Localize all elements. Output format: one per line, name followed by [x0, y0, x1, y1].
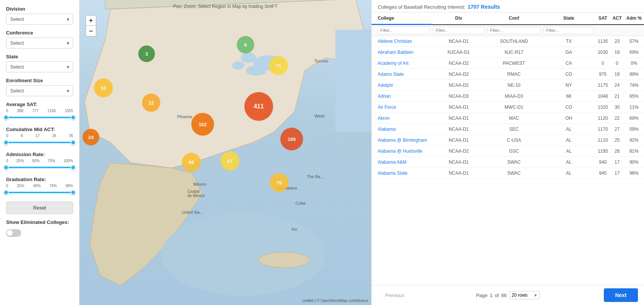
cum-act-track[interactable] [6, 142, 73, 143]
conference-select[interactable]: Select [6, 38, 73, 48]
leaflet-credit: Leaflet | © OpenStreetMap contributors [302, 299, 368, 303]
college-link-9[interactable]: Alabama @ Birmingham [378, 138, 427, 143]
cell-state-9: AL [542, 135, 596, 146]
map-bubble-4[interactable]: 10 [94, 78, 113, 97]
grad-rate-track[interactable] [6, 192, 73, 193]
college-link-4[interactable]: Adelphi [378, 83, 393, 88]
map-hint: Pan, Zoom, Select Region in Map by holdi… [80, 4, 371, 9]
cell-conf-1: NJC-R17 [486, 47, 542, 58]
map-area[interactable]: Pan, Zoom, Select Region in Map by holdi… [80, 0, 371, 305]
filter-div[interactable] [433, 27, 484, 34]
college-link-1[interactable]: Abraham Baldwin [378, 50, 413, 55]
cum-act-label: Cumulative Mid ACT: [6, 127, 73, 132]
cell-state-3: CO [542, 69, 596, 80]
table-row: Adrian NCAA-D3 MIAA-D3 MI 1048 21 65% [372, 91, 644, 102]
cell-conf-10: GSC [486, 146, 542, 157]
table-wrapper[interactable]: College Div Conf State SAT ACT Adm % [372, 13, 644, 285]
grad-rate-left-thumb[interactable] [3, 190, 9, 195]
show-eliminated-toggle[interactable] [6, 229, 21, 237]
adm-rate-right-thumb[interactable] [70, 165, 76, 170]
college-link-3[interactable]: Adams State [378, 72, 404, 77]
adm-rate-slider-section: Admission Rate: 0 25% 50% 75% 100% [6, 152, 73, 171]
college-link-11[interactable]: Alabama A&M [378, 160, 406, 165]
avg-sat-track[interactable] [6, 117, 73, 118]
cell-adm-8: 59% [624, 124, 644, 135]
filter-college[interactable] [378, 27, 430, 34]
cell-state-8: AL [542, 124, 596, 135]
division-select[interactable]: Select [6, 14, 73, 25]
cell-sat-11: 940 [596, 157, 610, 168]
college-link-8[interactable]: Alabama [378, 127, 395, 132]
table-row: Abilene Christian NCAA-D1 SOUTHLAND TX 1… [372, 36, 644, 47]
cum-act-ticks: 0 8 17 26 35 [6, 134, 73, 138]
cell-adm-12: 98% [624, 168, 644, 179]
cell-adm-6: 11% [624, 102, 644, 113]
cell-act-1: 19 [610, 47, 624, 58]
grad-rate-right-thumb[interactable] [70, 190, 76, 195]
adm-rate-left-thumb[interactable] [3, 165, 9, 170]
college-link-10[interactable]: Alabama @ Huntsville [378, 149, 422, 154]
previous-button[interactable]: Previous [378, 290, 412, 300]
show-eliminated-label: Show Eliminated Colleges: [6, 219, 73, 225]
rows-select-wrapper: 20 rows 50 rows 100 rows ▼ [509, 291, 540, 299]
cell-sat-1: 1030 [596, 47, 610, 58]
map-bubble-3[interactable]: 71 [269, 56, 288, 75]
next-button[interactable]: Next [604, 288, 638, 302]
page-label: Page [476, 292, 488, 298]
cell-college-11: Alabama A&M [372, 157, 431, 168]
college-link-5[interactable]: Adrian [378, 94, 391, 99]
map-bubble-9[interactable]: 69 [182, 153, 201, 172]
college-link-2[interactable]: Academy of Art [378, 61, 408, 66]
reset-button[interactable]: Reset [6, 202, 73, 214]
cell-college-0: Abilene Christian [372, 36, 431, 47]
college-link-6[interactable]: Air Force [378, 105, 396, 110]
filter-state[interactable] [544, 27, 594, 34]
cell-college-2: Academy of Art [372, 58, 431, 69]
zoom-out-button[interactable]: − [86, 26, 96, 36]
map-zoom-controls: + − [86, 15, 96, 36]
college-link-12[interactable]: Alabama State [378, 170, 408, 176]
cum-act-right-thumb[interactable] [70, 140, 76, 145]
table-row: Air Force NCAA-D1 MWC-D1 CO 1320 30 11% [372, 102, 644, 113]
map-bubble-6[interactable]: 411 [244, 92, 273, 121]
cell-act-9: 25 [610, 135, 624, 146]
adm-rate-track[interactable] [6, 167, 73, 168]
results-count: 1707 Results [467, 4, 500, 10]
map-bubble-10[interactable]: 67 [220, 152, 239, 170]
cell-div-0: NCAA-D1 [431, 36, 486, 47]
results-header: Colleges of Baseball Recruiting Interest… [372, 0, 644, 13]
map-bubble-8[interactable]: 166 [280, 128, 303, 150]
cell-adm-5: 65% [624, 91, 644, 102]
table-body: Abilene Christian NCAA-D1 SOUTHLAND TX 1… [372, 36, 644, 179]
college-link-0[interactable]: Abilene Christian [378, 39, 412, 44]
division-select-wrapper: Select ▼ [6, 14, 73, 25]
state-select[interactable]: Select [6, 61, 73, 72]
right-panel: Colleges of Baseball Recruiting Interest… [371, 0, 644, 305]
cell-sat-4: 1175 [596, 80, 610, 91]
enrollment-select[interactable]: Select [6, 85, 73, 96]
college-link-7[interactable]: Akron [378, 116, 389, 121]
filter-state-cell [542, 25, 596, 36]
cell-state-7: OH [542, 113, 596, 124]
show-eliminated-toggle-container [6, 229, 73, 237]
avg-sat-left-thumb[interactable] [3, 115, 9, 120]
map-bubble-11[interactable]: 70 [270, 173, 289, 192]
map-bubble-5[interactable]: 12 [142, 94, 160, 112]
map-bubble-12[interactable]: 24 [83, 129, 99, 145]
filter-conf[interactable] [488, 27, 541, 34]
cell-act-11: 17 [610, 157, 624, 168]
zoom-in-button[interactable]: + [86, 15, 96, 26]
cum-act-left-thumb[interactable] [3, 140, 9, 145]
map-bubble-1[interactable]: 6 [237, 36, 254, 53]
map-bubble-2[interactable]: 3 [138, 45, 155, 62]
pagination: Previous Page 1 of 86 20 rows 50 rows 10… [372, 285, 644, 305]
cell-conf-7: MAC [486, 113, 542, 124]
map-bubble-7[interactable]: 162 [191, 113, 214, 136]
map-credit: Leaflet | © OpenStreetMap contributors [302, 299, 368, 303]
avg-sat-right-thumb[interactable] [70, 115, 76, 120]
adm-rate-ticks: 0 25% 50% 75% 100% [6, 159, 73, 163]
cell-adm-7: 69% [624, 113, 644, 124]
table-row: Alabama A&M NCAA-D1 SWAC AL 940 17 90% [372, 157, 644, 168]
rows-per-page-select[interactable]: 20 rows 50 rows 100 rows [509, 291, 540, 299]
col-adm: Adm % [624, 13, 644, 25]
